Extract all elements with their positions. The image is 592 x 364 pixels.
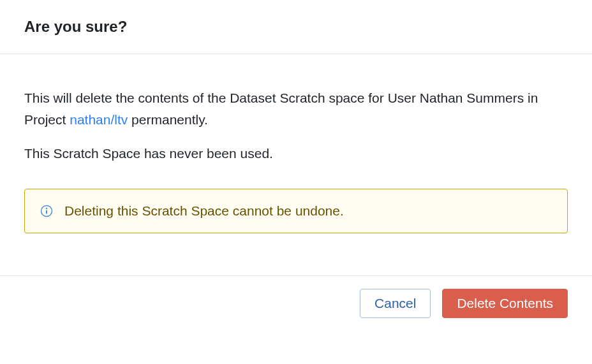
dialog-body: This will delete the contents of the Dat… bbox=[0, 54, 592, 258]
usage-status-text: This Scratch Space has never been used. bbox=[24, 143, 568, 164]
info-icon bbox=[40, 205, 53, 217]
cancel-button[interactable]: Cancel bbox=[360, 289, 431, 318]
dialog-title: Are you sure? bbox=[24, 18, 568, 36]
warning-alert-text: Deleting this Scratch Space cannot be un… bbox=[64, 203, 344, 219]
svg-rect-2 bbox=[46, 210, 47, 214]
dialog-footer: Cancel Delete Contents bbox=[0, 275, 592, 331]
delete-contents-button[interactable]: Delete Contents bbox=[442, 289, 568, 318]
project-link[interactable]: nathan/ltv bbox=[70, 112, 128, 127]
svg-point-1 bbox=[46, 208, 47, 209]
delete-description-suffix: permanently. bbox=[128, 112, 208, 127]
dialog-header: Are you sure? bbox=[0, 0, 592, 54]
delete-description: This will delete the contents of the Dat… bbox=[24, 87, 568, 130]
warning-alert: Deleting this Scratch Space cannot be un… bbox=[24, 189, 568, 233]
